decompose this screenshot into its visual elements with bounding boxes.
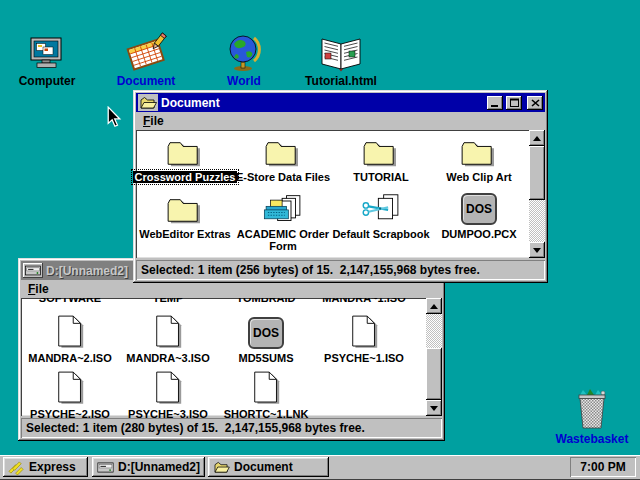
taskbar-button-label: D:[Unnamed2] <box>118 460 200 474</box>
file-item-label: SOFTWARE <box>39 298 101 304</box>
open-folder-icon <box>139 96 157 110</box>
close-icon <box>531 99 540 107</box>
file-item-label: TUTORIAL <box>351 171 410 183</box>
taskbar-button-express[interactable]: Express <box>3 457 88 477</box>
document-window[interactable]: Document File Crossword Puzzles <box>133 90 548 283</box>
file-icon <box>154 313 183 349</box>
file-item[interactable]: TOMBRAID <box>217 298 315 304</box>
file-item[interactable]: MANDRA~3.ISO <box>119 313 217 364</box>
document-window-system-button[interactable] <box>138 94 158 111</box>
file-item-label: TEMP <box>153 298 184 304</box>
taskbar-button-label: Express <box>29 460 76 474</box>
file-icon <box>350 313 379 349</box>
file-item[interactable]: Default Scrapbook <box>332 193 430 252</box>
document-window-titlebar[interactable]: Document <box>136 93 545 112</box>
scroll-down-button[interactable] <box>426 400 442 416</box>
file-item-label: Crossword Puzzles <box>133 171 238 183</box>
maximize-button[interactable] <box>506 96 522 110</box>
folder-icon <box>166 193 204 225</box>
scrollbar-thumb[interactable] <box>426 348 442 400</box>
file-icon <box>252 369 281 405</box>
minimize-icon <box>491 98 499 107</box>
drive-icon <box>25 265 41 276</box>
desktop: Computer Document <box>0 0 640 480</box>
menu-file[interactable]: File <box>136 114 171 128</box>
desktop-icon-label: Wastebasket <box>556 433 629 446</box>
dos-icon-label: DOS <box>466 202 492 216</box>
desktop-icon-label: Computer <box>19 75 76 88</box>
order-form-icon <box>262 193 304 225</box>
scroll-up-button[interactable] <box>426 298 442 314</box>
document-window-client: Crossword Puzzles E-Store Data Files TUT… <box>136 130 545 258</box>
folder-icon <box>264 136 302 168</box>
file-item[interactable]: PSYCHE~2.ISO <box>21 369 119 420</box>
clock-text: 7:00 PM <box>580 460 625 474</box>
desktop-icon-document[interactable]: Document <box>101 30 191 88</box>
drive-window[interactable]: D:[Unnamed2] File SOFTWARE TEMP TOMBRAID… <box>18 258 445 441</box>
taskbar-button-document[interactable]: Document <box>208 457 329 477</box>
document-vertical-scrollbar[interactable] <box>529 130 545 258</box>
taskbar: Express D:[Unnamed2] Document 7:00 PM <box>0 455 640 480</box>
file-item[interactable]: TUTORIAL <box>332 136 430 183</box>
file-item[interactable]: E-Store Data Files <box>234 136 332 183</box>
file-icon <box>56 369 85 405</box>
open-folder-icon <box>213 461 230 474</box>
file-item-label: ACADEMIC Order Form <box>234 228 332 252</box>
drive-vertical-scrollbar[interactable] <box>426 298 442 416</box>
maximize-icon <box>510 98 519 107</box>
file-item[interactable]: WebEditor Extras <box>136 193 234 252</box>
drive-file-list: SOFTWARE TEMP TOMBRAID MANDRA~1.ISO MAND… <box>21 298 426 420</box>
file-item-label: TOMBRAID <box>236 298 295 304</box>
desktop-icon-computer[interactable]: Computer <box>2 30 92 88</box>
file-item-label: MANDRA~1.ISO <box>322 298 405 304</box>
folder-icon <box>362 136 400 168</box>
scrollbar-thumb[interactable] <box>529 146 545 200</box>
file-item-label: MD5SUMS <box>236 352 295 364</box>
close-button[interactable] <box>527 96 543 110</box>
file-item[interactable]: DOS MD5SUMS <box>217 313 315 364</box>
arrow-down-icon <box>533 248 541 253</box>
file-item-selected[interactable]: Crossword Puzzles <box>136 136 234 183</box>
file-item[interactable]: SOFTWARE <box>21 298 119 304</box>
computer-icon <box>28 30 66 72</box>
file-item[interactable]: PSYCHE~3.ISO <box>119 369 217 420</box>
file-item-label: PSYCHE~1.ISO <box>322 352 406 364</box>
file-item[interactable]: MANDRA~1.ISO <box>315 298 413 304</box>
document-status-text: Selected: 1 item (256 bytes) of 15. 2,14… <box>141 263 480 277</box>
scrapbook-icon <box>360 193 402 225</box>
globe-icon <box>224 30 264 72</box>
scroll-down-button[interactable] <box>529 242 545 258</box>
scroll-up-button[interactable] <box>529 130 545 146</box>
file-item[interactable]: ACADEMIC Order Form <box>234 193 332 252</box>
desktop-icon-wastebasket[interactable]: Wastebasket <box>547 386 637 446</box>
file-item-label: MANDRA~3.ISO <box>124 352 211 364</box>
drive-icon <box>97 462 114 473</box>
taskbar-button-drive[interactable]: D:[Unnamed2] <box>92 457 205 477</box>
open-book-icon <box>318 30 364 72</box>
file-item[interactable]: PSYCHE~1.ISO <box>315 313 413 364</box>
desktop-icon-label: Tutorial.html <box>305 75 377 88</box>
file-icon <box>154 369 183 405</box>
file-item-label: Default Scrapbook <box>330 228 431 240</box>
menu-file[interactable]: File <box>21 282 56 296</box>
minimize-button[interactable] <box>487 96 503 110</box>
desktop-icon-label: Document <box>117 75 176 88</box>
express-icon <box>8 460 25 475</box>
dos-icon: DOS <box>461 193 497 225</box>
drive-window-client: SOFTWARE TEMP TOMBRAID MANDRA~1.ISO MAND… <box>21 298 442 416</box>
file-item[interactable]: SHORTC~1.LNK <box>217 369 315 420</box>
file-item[interactable]: DOS DUMPOO.PCX <box>430 193 528 252</box>
file-item-label: Web Clip Art <box>444 171 513 183</box>
arrow-up-icon <box>533 136 541 141</box>
desktop-icon-tutorial[interactable]: Tutorial.html <box>296 30 386 88</box>
file-item[interactable]: Web Clip Art <box>430 136 528 183</box>
document-window-statusbar: Selected: 1 item (256 bytes) of 15. 2,14… <box>136 260 545 280</box>
file-item-label: E-Store Data Files <box>234 171 332 183</box>
desktop-icon-world[interactable]: World <box>199 30 289 88</box>
drive-status-text: Selected: 1 item (280 bytes) of 15. 2,14… <box>26 421 365 435</box>
folder-icon <box>460 136 498 168</box>
drive-window-statusbar: Selected: 1 item (280 bytes) of 15. 2,14… <box>21 418 442 438</box>
drive-window-system-button[interactable] <box>23 263 43 278</box>
file-item[interactable]: MANDRA~2.ISO <box>21 313 119 364</box>
file-item[interactable]: TEMP <box>119 298 217 304</box>
